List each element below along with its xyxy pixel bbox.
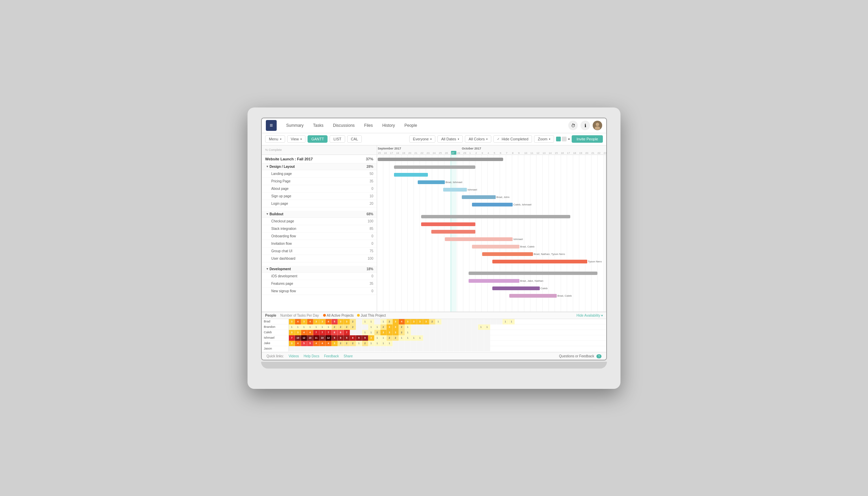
svg-rect-96 [445,237,513,241]
task-checkout-page[interactable]: Checkout page 100 [262,218,377,225]
avail-cell: 2 [374,330,381,335]
avail-cell: 1 [381,319,387,324]
avail-cell [301,346,307,352]
avail-cell [331,346,338,352]
user-avatar[interactable] [593,121,602,130]
task-signup-page[interactable]: Sign up page 10 [262,192,377,200]
list-button[interactable]: LIST [329,135,345,143]
tab-discussions[interactable]: Discussions [329,121,359,130]
avail-cell: 1 [307,324,313,330]
gantt-header-left: % Complete [262,145,377,155]
avail-cell: 1 [313,324,320,330]
avail-cell: 4 [301,330,307,335]
svg-text:16: 16 [561,152,564,155]
avail-cell: 3 [393,319,399,324]
avail-cell [454,330,460,335]
color-toggle-teal[interactable] [556,137,561,141]
clock-icon-btn[interactable]: ⏱ [568,121,578,130]
avail-cell [429,346,435,352]
all-dates-filter[interactable]: All Dates ▾ [437,135,463,143]
tab-summary[interactable]: Summary [282,121,308,130]
svg-rect-84 [394,173,428,177]
avail-data-row [289,346,606,352]
task-user-dashboard[interactable]: User dashboard 100 [262,255,377,262]
task-group-chat[interactable]: Group chat UI 75 [262,248,377,255]
share-link[interactable]: Share [344,354,353,358]
gantt-button[interactable]: GANTT [308,135,327,143]
svg-text:18: 18 [573,152,576,155]
avail-cell: 5 [307,341,313,346]
avail-cell: 3 [320,319,326,324]
tab-people[interactable]: People [400,121,421,130]
avail-cell: 1 [374,341,381,346]
avail-cell [350,346,356,352]
color-toggle-gray[interactable] [562,137,567,141]
menu-button[interactable]: Menu ▾ [265,135,285,143]
task-pricing-page[interactable]: Pricing Page 35 [262,177,377,185]
task-ios-dev[interactable]: iOS development 0 [262,273,377,280]
avail-cell [417,324,423,330]
color-toggle-arrow: ▾ [568,138,570,141]
info-icon-btn[interactable]: ℹ [580,121,590,130]
svg-rect-104 [469,272,598,275]
avail-cell [435,341,441,346]
avail-cell: 6 [331,330,338,335]
hide-completed-btn[interactable]: ✓ Hide Completed [493,135,532,143]
avail-cell: 3 [344,319,350,324]
avail-cell [478,346,484,352]
avail-cell [374,346,381,352]
chart-scroll[interactable]: Brad, Ishmael Ishmael Brad, John Caleb, … [377,155,606,312]
everyone-filter[interactable]: Everyone ▾ [409,135,435,143]
avail-cell: 1 [356,341,362,346]
avail-cell [490,319,496,324]
footer-feedback[interactable]: Questions or Feedback ? [559,354,602,358]
avail-cell: 2 [381,324,387,330]
svg-text:15: 15 [555,152,558,155]
svg-text:14: 14 [548,152,552,155]
task-landing-page[interactable]: Landing page 50 [262,170,377,177]
avail-cell [441,324,448,330]
laptop-base [261,362,607,369]
avail-cell [411,330,417,335]
tab-files[interactable]: Files [360,121,377,130]
task-login-page[interactable]: Login page 20 [262,200,377,207]
svg-text:22: 22 [420,152,423,155]
task-invitation-flow[interactable]: Invitation flow 0 [262,240,377,248]
avail-cell [448,346,454,352]
avail-cell: 1 [509,319,515,324]
svg-text:26: 26 [445,152,448,155]
section-buildout[interactable]: ▾ Buildout 68% [262,211,377,218]
svg-text:19: 19 [579,152,582,155]
avail-cell [441,330,448,335]
svg-text:5: 5 [494,152,495,155]
zoom-button[interactable]: Zoom ▾ [534,135,554,143]
task-slack-integration[interactable]: Slack integration 85 [262,225,377,233]
gantt-chart-svg: Brad, Ishmael Ishmael Brad, John Caleb, … [377,155,606,312]
avail-data-row: 3434334533211123433332111 [289,319,606,324]
svg-rect-107 [492,286,540,290]
tab-tasks[interactable]: Tasks [309,121,327,130]
section-development[interactable]: ▾ Development 18% [262,266,377,273]
nav-logo[interactable]: ≡ [266,120,277,131]
task-about-page[interactable]: About page 0 [262,185,377,192]
avail-cell [399,341,405,346]
task-features-page[interactable]: Features page 35 [262,280,377,288]
avail-cell [460,330,466,335]
all-colors-filter[interactable]: All Colors ▾ [465,135,491,143]
task-onboarding-flow[interactable]: Onboarding flow 0 [262,233,377,240]
avail-cell: 1 [320,324,326,330]
task-new-signup[interactable]: New signup flow 0 [262,288,377,295]
view-button[interactable]: View ▾ [287,135,306,143]
hide-availability-button[interactable]: Hide Availability ▾ [576,314,603,317]
cal-button[interactable]: CAL [347,135,362,143]
avail-cell: 3 [387,324,393,330]
avail-cell: 9 [344,335,350,341]
tab-history[interactable]: History [378,121,399,130]
invite-people-button[interactable]: Invite People [572,135,603,143]
videos-link[interactable]: Videos [289,354,299,358]
help-docs-link[interactable]: Help Docs [304,354,320,358]
section-design-layout[interactable]: ▾ Design / Layout 28% [262,164,377,170]
svg-text:9: 9 [518,152,520,155]
color-toggles: ▾ [556,137,570,141]
feedback-link[interactable]: Feedback [324,354,339,358]
